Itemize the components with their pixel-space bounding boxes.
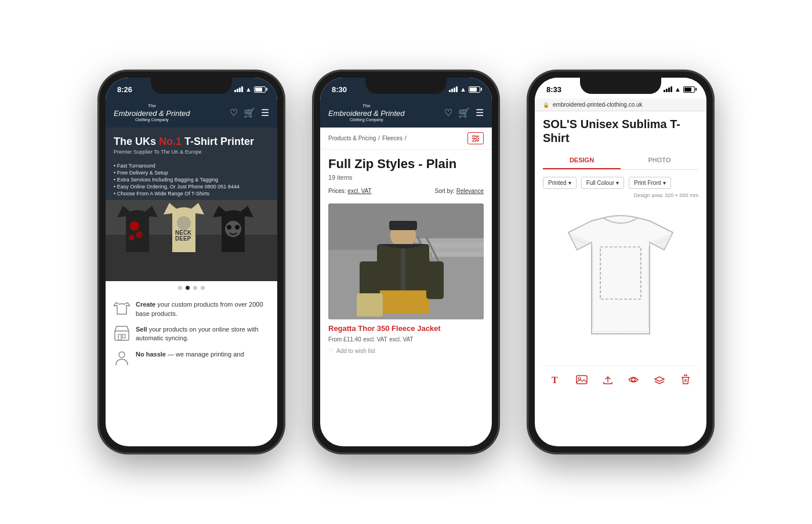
url-bar-3: 🔒 embroidered-printed-clothing.co.uk bbox=[535, 99, 706, 111]
time-1: 8:26 bbox=[117, 85, 132, 94]
svg-rect-25 bbox=[426, 248, 484, 252]
brand-main-1: Embroidered & Printed bbox=[114, 109, 190, 118]
tab-photo[interactable]: PHOTO bbox=[621, 152, 698, 169]
option-printed[interactable]: Printed ▾ bbox=[543, 177, 577, 189]
svg-rect-26 bbox=[432, 252, 484, 257]
screen-1: The Embroidered & Printed Clothing Compa… bbox=[106, 99, 277, 446]
breadcrumb-products[interactable]: Products & Pricing bbox=[328, 135, 376, 141]
tshirt-feature-icon bbox=[114, 300, 130, 316]
signal-icon-1 bbox=[234, 86, 243, 92]
heart-icon-1[interactable]: ♡ bbox=[230, 107, 238, 118]
status-icons-2: ▲ bbox=[449, 86, 480, 93]
svg-rect-12 bbox=[118, 334, 121, 340]
hero-banner-1: The UKs No.1 T-Shirt Printer Premier Sup… bbox=[106, 128, 277, 282]
svg-point-9 bbox=[227, 225, 231, 230]
svg-point-7 bbox=[177, 216, 191, 230]
bullet-1: Fast Turnaround bbox=[114, 163, 269, 169]
svg-point-14 bbox=[119, 352, 125, 358]
breadcrumb-fleeces[interactable]: Fleeces bbox=[382, 135, 403, 141]
svg-rect-11 bbox=[115, 331, 129, 340]
battery-icon-2 bbox=[469, 86, 480, 93]
svg-point-45 bbox=[632, 378, 635, 381]
hero-bullets-1: Fast Turnaround Free Delivery & Setup Ex… bbox=[106, 159, 277, 200]
layers-tool[interactable] bbox=[651, 372, 668, 388]
notch-2 bbox=[365, 78, 447, 94]
design-tabs: DESIGN PHOTO bbox=[543, 152, 698, 170]
status-icons-1: ▲ bbox=[234, 86, 266, 93]
screen-2: The Embroidered & Printed Clothing Compa… bbox=[320, 99, 492, 446]
dropdown-arrow-3: ▾ bbox=[663, 180, 666, 186]
tshirt-design-svg bbox=[563, 212, 679, 351]
notch-3 bbox=[580, 78, 661, 94]
delete-tool[interactable] bbox=[677, 372, 694, 388]
svg-rect-34 bbox=[377, 290, 429, 314]
cart-icon-1[interactable]: 🛒 bbox=[244, 107, 255, 118]
heart-icon-wishlist: ♡ bbox=[328, 348, 334, 354]
wifi-icon-2: ▲ bbox=[460, 86, 466, 93]
feature-text-1: Create your custom products from over 20… bbox=[136, 300, 269, 318]
dot-2[interactable] bbox=[186, 286, 190, 290]
dot-4[interactable] bbox=[201, 286, 205, 290]
eye-tool[interactable] bbox=[625, 372, 641, 388]
feature-3: No hassle — we manage printing and bbox=[114, 350, 269, 366]
signal-icon-2 bbox=[449, 86, 458, 92]
bullet-2: Free Delivery & Setup bbox=[114, 170, 269, 176]
wifi-icon-1: ▲ bbox=[245, 86, 252, 93]
screen-3: SOL'S Unisex Sublima T-Shirt DESIGN PHOT… bbox=[535, 111, 706, 444]
product-detail-title: SOL'S Unisex Sublima T-Shirt bbox=[543, 117, 698, 145]
designer-toolbar: T bbox=[543, 365, 698, 391]
svg-point-18 bbox=[473, 135, 475, 137]
svg-point-10 bbox=[235, 225, 240, 230]
battery-icon-3 bbox=[683, 86, 695, 93]
nav-icons-1: ♡ 🛒 ☰ bbox=[230, 107, 269, 118]
phone-2: 8:30 ▲ bbox=[313, 71, 499, 453]
bullet-4: Easy Online Ordering, Or Just Phone 0800… bbox=[114, 184, 269, 190]
brand-the-1: The bbox=[114, 103, 190, 109]
product-card-2: Regatta Thor 350 Fleece Jacket From £11.… bbox=[320, 199, 492, 359]
nav-1: The Embroidered & Printed Clothing Compa… bbox=[106, 99, 277, 128]
image-tool[interactable] bbox=[574, 372, 590, 388]
product-image-2[interactable] bbox=[328, 203, 484, 319]
time-2: 8:30 bbox=[332, 85, 347, 94]
svg-point-44 bbox=[578, 377, 581, 380]
wishlist-text[interactable]: Add to wish list bbox=[336, 348, 375, 354]
phone-1: 8:26 ▲ bbox=[99, 71, 284, 453]
sort-dropdown[interactable]: Relevance bbox=[456, 188, 484, 194]
filter-row: Prices: excl. VAT Sort by: Relevance bbox=[320, 185, 492, 199]
heart-icon-2[interactable]: ♡ bbox=[444, 107, 452, 118]
battery-icon-1 bbox=[254, 86, 266, 93]
text-tool[interactable]: T bbox=[548, 372, 564, 388]
items-count: 19 items bbox=[328, 174, 484, 181]
svg-rect-37 bbox=[426, 261, 444, 299]
time-3: 8:33 bbox=[546, 85, 561, 94]
svg-text:T: T bbox=[552, 375, 558, 385]
menu-icon-1[interactable]: ☰ bbox=[261, 107, 269, 118]
svg-rect-43 bbox=[577, 376, 587, 384]
lock-icon-3: 🔒 bbox=[543, 102, 549, 108]
tab-design[interactable]: DESIGN bbox=[543, 152, 621, 169]
feature-text-3: No hassle — we manage printing and bbox=[136, 350, 244, 359]
phone-3: 8:33 ▲ 🔒 embroi bbox=[528, 71, 713, 453]
product-title-2[interactable]: Regatta Thor 350 Fleece Jacket bbox=[328, 324, 484, 333]
hero-sub-1: Premier Supplier To The UK & Europe bbox=[114, 149, 269, 155]
option-dropdowns: Printed ▾ Full Colour ▾ Print Front ▾ bbox=[543, 177, 698, 189]
option-printfront[interactable]: Print Front ▾ bbox=[629, 177, 671, 189]
nav-icons-2: ♡ 🛒 ☰ bbox=[444, 107, 484, 118]
dropdown-arrow-1: ▾ bbox=[568, 180, 571, 186]
menu-icon-2[interactable]: ☰ bbox=[476, 107, 484, 118]
brand-sub-1: Clothing Company bbox=[114, 118, 190, 122]
svg-point-20 bbox=[473, 140, 476, 142]
prices-dropdown[interactable]: excl. VAT bbox=[347, 188, 371, 194]
filter-button[interactable] bbox=[467, 132, 484, 144]
brand-logo-2: The Embroidered & Printed Clothing Compa… bbox=[328, 103, 405, 123]
option-fullcolour[interactable]: Full Colour ▾ bbox=[581, 177, 624, 189]
svg-rect-13 bbox=[122, 334, 125, 338]
dot-3[interactable] bbox=[193, 286, 197, 290]
upload-tool[interactable] bbox=[600, 372, 616, 388]
feature-2: Sell your products on your online store … bbox=[114, 325, 269, 343]
dot-1[interactable] bbox=[178, 286, 182, 290]
cart-icon-2[interactable]: 🛒 bbox=[458, 107, 470, 118]
svg-point-19 bbox=[476, 137, 478, 140]
nav-2: The Embroidered & Printed Clothing Compa… bbox=[320, 99, 492, 128]
tshirt-designer bbox=[543, 201, 698, 363]
